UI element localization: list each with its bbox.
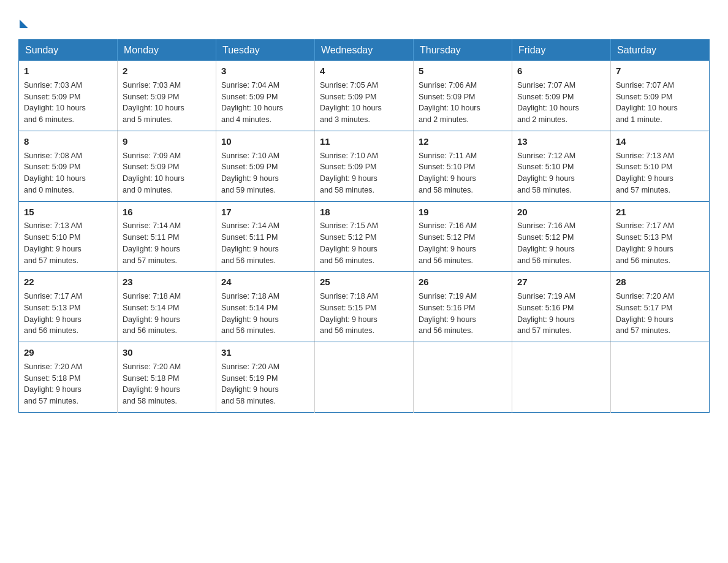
day-number: 30 [123,346,211,359]
calendar-cell: 4 Sunrise: 7:05 AMSunset: 5:09 PMDayligh… [315,61,414,131]
day-number: 7 [616,64,704,78]
calendar-cell: 15 Sunrise: 7:13 AMSunset: 5:10 PMDaylig… [19,201,118,272]
day-info: Sunrise: 7:19 AMSunset: 5:16 PMDaylight:… [517,291,605,337]
day-number: 11 [320,135,408,148]
day-info: Sunrise: 7:05 AMSunset: 5:09 PMDaylight:… [320,80,408,126]
day-number: 6 [517,64,605,78]
day-info: Sunrise: 7:07 AMSunset: 5:09 PMDaylight:… [517,80,605,126]
day-info: Sunrise: 7:19 AMSunset: 5:16 PMDaylight:… [419,291,507,337]
calendar-cell [414,342,512,413]
day-number: 3 [221,64,309,78]
day-info: Sunrise: 7:08 AMSunset: 5:09 PMDaylight:… [24,150,112,196]
calendar-week-2: 8 Sunrise: 7:08 AMSunset: 5:09 PMDayligh… [19,131,710,201]
day-info: Sunrise: 7:20 AMSunset: 5:19 PMDaylight:… [221,361,309,407]
day-number: 10 [221,135,309,148]
day-info: Sunrise: 7:03 AMSunset: 5:09 PMDaylight:… [123,80,211,126]
day-number: 24 [221,275,309,289]
day-info: Sunrise: 7:07 AMSunset: 5:09 PMDaylight:… [616,80,704,126]
day-number: 9 [123,135,211,148]
calendar-header-thursday: Thursday [414,40,512,61]
day-info: Sunrise: 7:18 AMSunset: 5:15 PMDaylight:… [320,291,408,337]
day-number: 15 [24,205,112,219]
day-info: Sunrise: 7:17 AMSunset: 5:13 PMDaylight:… [616,220,704,266]
day-number: 19 [419,205,507,219]
calendar-cell: 23 Sunrise: 7:18 AMSunset: 5:14 PMDaylig… [118,272,216,342]
day-number: 17 [221,205,309,219]
day-info: Sunrise: 7:20 AMSunset: 5:18 PMDaylight:… [123,361,211,407]
day-number: 22 [24,275,112,289]
calendar-cell: 28 Sunrise: 7:20 AMSunset: 5:17 PMDaylig… [611,272,710,342]
calendar-cell: 30 Sunrise: 7:20 AMSunset: 5:18 PMDaylig… [118,342,216,413]
day-number: 28 [616,275,704,289]
calendar-header-row: SundayMondayTuesdayWednesdayThursdayFrid… [19,40,710,61]
day-number: 23 [123,275,211,289]
day-number: 5 [419,64,507,78]
calendar-cell: 29 Sunrise: 7:20 AMSunset: 5:18 PMDaylig… [19,342,118,413]
calendar-cell [315,342,414,413]
calendar-cell: 13 Sunrise: 7:12 AMSunset: 5:10 PMDaylig… [512,131,611,201]
day-info: Sunrise: 7:20 AMSunset: 5:18 PMDaylight:… [24,361,112,407]
calendar-table: SundayMondayTuesdayWednesdayThursdayFrid… [18,39,710,413]
day-number: 27 [517,275,605,289]
calendar-week-5: 29 Sunrise: 7:20 AMSunset: 5:18 PMDaylig… [19,342,710,413]
calendar-header-friday: Friday [512,40,611,61]
page-header [18,12,710,28]
day-number: 16 [123,205,211,219]
calendar-cell: 10 Sunrise: 7:10 AMSunset: 5:09 PMDaylig… [216,131,315,201]
calendar-header-sunday: Sunday [19,40,118,61]
calendar-cell: 7 Sunrise: 7:07 AMSunset: 5:09 PMDayligh… [611,61,710,131]
day-number: 13 [517,135,605,148]
calendar-cell: 1 Sunrise: 7:03 AMSunset: 5:09 PMDayligh… [19,61,118,131]
calendar-cell: 25 Sunrise: 7:18 AMSunset: 5:15 PMDaylig… [315,272,414,342]
day-info: Sunrise: 7:04 AMSunset: 5:09 PMDaylight:… [221,80,309,126]
calendar-cell: 9 Sunrise: 7:09 AMSunset: 5:09 PMDayligh… [118,131,216,201]
day-number: 18 [320,205,408,219]
day-info: Sunrise: 7:14 AMSunset: 5:11 PMDaylight:… [221,220,309,266]
day-info: Sunrise: 7:10 AMSunset: 5:09 PMDaylight:… [221,150,309,196]
calendar-cell: 14 Sunrise: 7:13 AMSunset: 5:10 PMDaylig… [611,131,710,201]
calendar-header-saturday: Saturday [611,40,710,61]
calendar-cell: 27 Sunrise: 7:19 AMSunset: 5:16 PMDaylig… [512,272,611,342]
calendar-cell: 3 Sunrise: 7:04 AMSunset: 5:09 PMDayligh… [216,61,315,131]
calendar-cell: 17 Sunrise: 7:14 AMSunset: 5:11 PMDaylig… [216,201,315,272]
day-number: 4 [320,64,408,78]
day-number: 2 [123,64,211,78]
calendar-cell: 6 Sunrise: 7:07 AMSunset: 5:09 PMDayligh… [512,61,611,131]
day-info: Sunrise: 7:18 AMSunset: 5:14 PMDaylight:… [123,291,211,337]
day-info: Sunrise: 7:10 AMSunset: 5:09 PMDaylight:… [320,150,408,196]
day-info: Sunrise: 7:18 AMSunset: 5:14 PMDaylight:… [221,291,309,337]
calendar-cell: 31 Sunrise: 7:20 AMSunset: 5:19 PMDaylig… [216,342,315,413]
day-info: Sunrise: 7:16 AMSunset: 5:12 PMDaylight:… [419,220,507,266]
day-number: 14 [616,135,704,148]
day-info: Sunrise: 7:14 AMSunset: 5:11 PMDaylight:… [123,220,211,266]
day-number: 1 [24,64,112,78]
logo-triangle-icon [20,20,28,28]
calendar-header-wednesday: Wednesday [315,40,414,61]
logo [18,17,28,28]
day-number: 20 [517,205,605,219]
day-info: Sunrise: 7:16 AMSunset: 5:12 PMDaylight:… [517,220,605,266]
calendar-cell: 22 Sunrise: 7:17 AMSunset: 5:13 PMDaylig… [19,272,118,342]
calendar-cell: 24 Sunrise: 7:18 AMSunset: 5:14 PMDaylig… [216,272,315,342]
day-info: Sunrise: 7:15 AMSunset: 5:12 PMDaylight:… [320,220,408,266]
day-number: 8 [24,135,112,148]
day-info: Sunrise: 7:03 AMSunset: 5:09 PMDaylight:… [24,80,112,126]
day-info: Sunrise: 7:06 AMSunset: 5:09 PMDaylight:… [419,80,507,126]
calendar-cell: 19 Sunrise: 7:16 AMSunset: 5:12 PMDaylig… [414,201,512,272]
day-info: Sunrise: 7:13 AMSunset: 5:10 PMDaylight:… [616,150,704,196]
calendar-cell: 20 Sunrise: 7:16 AMSunset: 5:12 PMDaylig… [512,201,611,272]
day-number: 25 [320,275,408,289]
day-number: 31 [221,346,309,359]
day-info: Sunrise: 7:12 AMSunset: 5:10 PMDaylight:… [517,150,605,196]
calendar-header-monday: Monday [118,40,216,61]
calendar-cell [611,342,710,413]
day-info: Sunrise: 7:11 AMSunset: 5:10 PMDaylight:… [419,150,507,196]
calendar-week-4: 22 Sunrise: 7:17 AMSunset: 5:13 PMDaylig… [19,272,710,342]
calendar-week-1: 1 Sunrise: 7:03 AMSunset: 5:09 PMDayligh… [19,61,710,131]
calendar-cell [512,342,611,413]
calendar-header-tuesday: Tuesday [216,40,315,61]
calendar-cell: 8 Sunrise: 7:08 AMSunset: 5:09 PMDayligh… [19,131,118,201]
calendar-cell: 21 Sunrise: 7:17 AMSunset: 5:13 PMDaylig… [611,201,710,272]
day-info: Sunrise: 7:13 AMSunset: 5:10 PMDaylight:… [24,220,112,266]
calendar-cell: 16 Sunrise: 7:14 AMSunset: 5:11 PMDaylig… [118,201,216,272]
